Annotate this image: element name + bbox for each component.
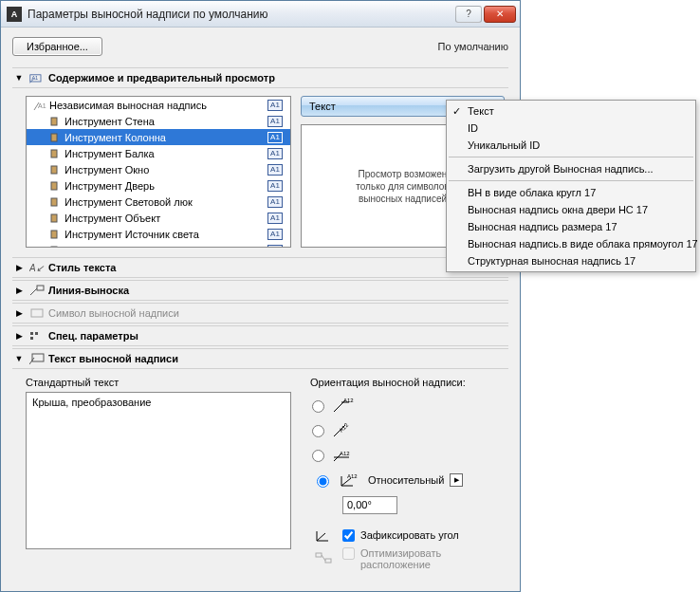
preview-line: только для символов: [356, 181, 449, 192]
tree-item[interactable]: Инструмент СтенаA1: [27, 113, 290, 129]
tree-item-label: Инструмент Объект: [63, 213, 267, 224]
tool-icon: [47, 244, 63, 249]
optimize-icon: [312, 547, 337, 568]
tree-item[interactable]: Инструмент ПерекрытиеA1: [27, 242, 290, 248]
svg-rect-4: [51, 134, 57, 141]
custom-icon: [26, 330, 48, 342]
orient-option-3[interactable]: A12: [310, 443, 505, 468]
section-title: Линия-выноска: [48, 285, 129, 296]
angle-lock-icon: [312, 525, 337, 546]
fix-angle-row[interactable]: Зафиксировать угол: [310, 523, 505, 547]
section-title: Стиль текста: [48, 262, 116, 273]
tool-tree[interactable]: A1Независимая выносная надписьA1Инструме…: [26, 96, 291, 248]
menu-item[interactable]: Выносная надпись размера 17: [447, 218, 695, 235]
window-title: Параметры выносной надписи по умолчанию: [28, 8, 455, 21]
menu-item[interactable]: ВН в виде облака кругл 17: [447, 184, 695, 201]
app-icon: A: [7, 7, 22, 22]
tree-item-label: Инструмент Световой люк: [63, 196, 267, 208]
tree-item-label: Инструмент Балка: [63, 148, 267, 159]
section-title: Символ выносной надписи: [48, 307, 179, 319]
orient-option-1[interactable]: A12: [310, 394, 505, 418]
favorites-button[interactable]: Избранное...: [12, 37, 102, 56]
svg-rect-16: [30, 337, 33, 340]
tree-item[interactable]: Инструмент ДверьA1: [27, 177, 290, 194]
svg-rect-23: [316, 553, 322, 557]
svg-rect-14: [31, 309, 43, 317]
tool-icon: [47, 179, 63, 193]
orient-radio[interactable]: [312, 400, 324, 413]
orient-radio[interactable]: [312, 450, 324, 462]
optimize-row: Оптимизироватьрасположение: [310, 547, 505, 580]
dialog-content: Избранное... По умолчанию A1 Содержимое …: [1, 28, 520, 591]
svg-rect-15: [30, 332, 33, 335]
close-button[interactable]: ✕: [484, 6, 516, 23]
tool-icon: [47, 195, 63, 209]
tree-item[interactable]: Инструмент Световой люкA1: [27, 194, 290, 210]
chevron-down-icon: [12, 73, 26, 83]
menu-item[interactable]: Выносная надпись окна двери НС 17: [447, 201, 695, 218]
preview-line: выносных надписей: [359, 194, 447, 204]
svg-rect-24: [325, 559, 331, 563]
tree-item[interactable]: Инструмент КолоннаA1: [27, 129, 290, 145]
orient-option-2[interactable]: A12: [310, 418, 505, 443]
a1-badge-icon: A1: [267, 196, 283, 208]
menu-item[interactable]: Структурная выносная надпись 17: [447, 252, 695, 269]
tree-item-label: Инструмент Окно: [63, 164, 267, 176]
menu-item[interactable]: Текст: [447, 102, 695, 120]
standard-text-label: Стандартный текст: [26, 377, 291, 388]
tree-item-label: Инструмент Колонна: [63, 132, 267, 143]
fix-angle-label: Зафиксировать угол: [360, 529, 459, 541]
tree-item[interactable]: Инструмент БалкаA1: [27, 145, 290, 161]
section-label-text[interactable]: Текст выносной надписи: [12, 348, 508, 369]
a1-badge-icon: A1: [267, 229, 283, 240]
orient-option-relative[interactable]: A12 Относительный ▶: [310, 468, 505, 492]
dialog-window: A Параметры выносной надписи по умолчани…: [0, 0, 521, 592]
angle-value: 0,00°: [347, 499, 372, 510]
label-a1-icon: A1: [26, 72, 48, 83]
tree-item[interactable]: Инструмент ОбъектA1: [27, 210, 290, 226]
tool-icon: [47, 212, 63, 225]
section-custom[interactable]: Спец. параметры: [12, 325, 508, 346]
orient-icon: A12: [330, 396, 355, 416]
tree-item[interactable]: Инструмент Источник светаA1: [27, 226, 290, 242]
a1-badge-icon: A1: [267, 148, 283, 159]
relative-label: Относительный: [368, 474, 444, 486]
angle-input[interactable]: 0,00°: [342, 496, 397, 514]
svg-text:A12: A12: [338, 421, 349, 433]
menu-item[interactable]: Уникальный ID: [447, 137, 695, 154]
relative-menu-button[interactable]: ▶: [450, 473, 463, 487]
fix-angle-checkbox[interactable]: [342, 529, 355, 542]
titlebar: A Параметры выносной надписи по умолчани…: [1, 1, 520, 28]
section-content-preview[interactable]: A1 Содержимое и предварительный просмотр: [12, 67, 508, 88]
tree-item[interactable]: Инструмент ОкноA1: [27, 161, 290, 177]
text-dropdown-menu[interactable]: ТекстIDУникальный IDЗагрузить другой Вын…: [446, 100, 696, 272]
help-button[interactable]: ?: [455, 6, 482, 23]
optimize-label: Оптимизироватьрасположение: [360, 547, 441, 570]
menu-item[interactable]: Выносная надпись.в виде облака прямоугол…: [447, 235, 695, 252]
tool-icon: [47, 163, 63, 176]
svg-rect-11: [51, 247, 57, 249]
tool-icon: [47, 228, 63, 241]
label-text-icon: [26, 353, 48, 364]
section-text-style[interactable]: A↙ Стиль текста: [12, 257, 508, 278]
a1-badge-icon: A1: [267, 132, 283, 143]
svg-rect-8: [51, 198, 57, 206]
section-leader-line[interactable]: Линия-выноска: [12, 280, 508, 301]
svg-text:A↙: A↙: [29, 263, 45, 273]
svg-text:A12: A12: [347, 473, 358, 479]
tree-item-label: Инструмент Перекрытие: [63, 245, 267, 249]
svg-rect-3: [51, 118, 57, 125]
orient-radio[interactable]: [312, 425, 324, 437]
menu-item-load[interactable]: Загрузить другой Выносная надпись...: [447, 160, 695, 177]
default-label: По умолчанию: [438, 41, 508, 52]
svg-rect-9: [51, 214, 57, 222]
tree-item-label: Независимая выносная надпись: [47, 100, 267, 111]
tree-item[interactable]: A1Независимая выносная надписьA1: [27, 97, 290, 113]
a1-badge-icon: A1: [267, 116, 283, 127]
tool-icon: [47, 131, 63, 144]
menu-item[interactable]: ID: [447, 120, 695, 137]
standard-text-box[interactable]: Крыша, преобразование: [26, 392, 291, 549]
orient-radio[interactable]: [317, 475, 329, 488]
chevron-right-icon: [12, 331, 26, 341]
section-label-symbol: Символ выносной надписи: [12, 303, 508, 324]
